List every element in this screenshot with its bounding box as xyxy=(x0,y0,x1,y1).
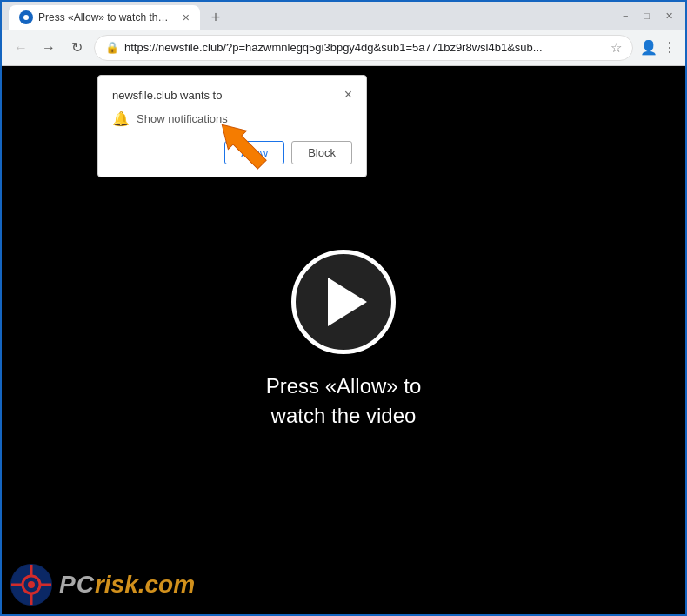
webpage-content: Press «Allow» towatch the video newsfile… xyxy=(2,66,685,614)
lock-icon: 🔒 xyxy=(105,41,119,54)
url-text: https://newsfile.club/?p=hazwmnlegq5gi3b… xyxy=(124,41,605,54)
play-triangle-icon xyxy=(328,278,367,326)
address-input-wrap[interactable]: 🔒 https://newsfile.club/?p=hazwmnlegq5gi… xyxy=(94,35,633,61)
maximize-button[interactable]: □ xyxy=(638,9,655,23)
svg-point-1 xyxy=(23,15,29,20)
minimize-button[interactable]: − xyxy=(617,9,633,23)
close-button[interactable]: ✕ xyxy=(660,9,678,23)
title-bar: Press «Allow» to watch the video × + − □… xyxy=(2,2,685,30)
bookmark-icon[interactable]: ☆ xyxy=(610,40,622,56)
bell-icon: 🔔 xyxy=(112,110,130,127)
new-tab-button[interactable]: + xyxy=(203,5,228,30)
allow-button[interactable]: Allow xyxy=(224,141,284,164)
tab-title: Press «Allow» to watch the video xyxy=(38,11,174,23)
video-prompt-text: Press «Allow» towatch the video xyxy=(266,372,422,430)
tab-close-button[interactable]: × xyxy=(183,10,190,24)
menu-icon[interactable]: ⋮ xyxy=(663,39,677,56)
popup-title: newsfile.club wants to xyxy=(112,89,222,102)
popup-close-button[interactable]: × xyxy=(344,88,352,102)
video-area: Press «Allow» towatch the video xyxy=(266,250,422,430)
window-controls: − □ ✕ xyxy=(617,9,678,23)
back-button[interactable]: ← xyxy=(10,37,31,58)
forward-button[interactable]: → xyxy=(38,37,59,58)
svg-point-5 xyxy=(28,581,35,588)
risk-text: risk.com xyxy=(95,571,195,598)
notification-label: Show notifications xyxy=(137,112,228,125)
notification-popup: newsfile.club wants to × 🔔 Show notifica… xyxy=(97,75,367,177)
pcrisk-text: PCrisk.com xyxy=(59,571,195,599)
watermark: PCrisk.com xyxy=(10,564,195,606)
active-tab[interactable]: Press «Allow» to watch the video × xyxy=(9,5,200,30)
pcrisk-logo xyxy=(10,564,52,606)
popup-header: newsfile.club wants to × xyxy=(112,88,352,102)
refresh-button[interactable]: ↻ xyxy=(66,37,87,58)
popup-buttons: Allow Block xyxy=(112,141,352,164)
profile-icon[interactable]: 👤 xyxy=(640,39,657,56)
play-button[interactable] xyxy=(291,250,396,354)
block-button[interactable]: Block xyxy=(291,141,352,164)
address-bar: ← → ↻ 🔒 https://newsfile.club/?p=hazwmnl… xyxy=(2,30,685,66)
browser-window: Press «Allow» to watch the video × + − □… xyxy=(0,0,687,616)
pc-text: PC xyxy=(59,571,95,598)
tab-bar: Press «Allow» to watch the video × + xyxy=(9,2,617,30)
tab-favicon xyxy=(19,10,33,24)
address-bar-right-icons: 👤 ⋮ xyxy=(640,39,677,56)
notification-row: 🔔 Show notifications xyxy=(112,110,352,127)
